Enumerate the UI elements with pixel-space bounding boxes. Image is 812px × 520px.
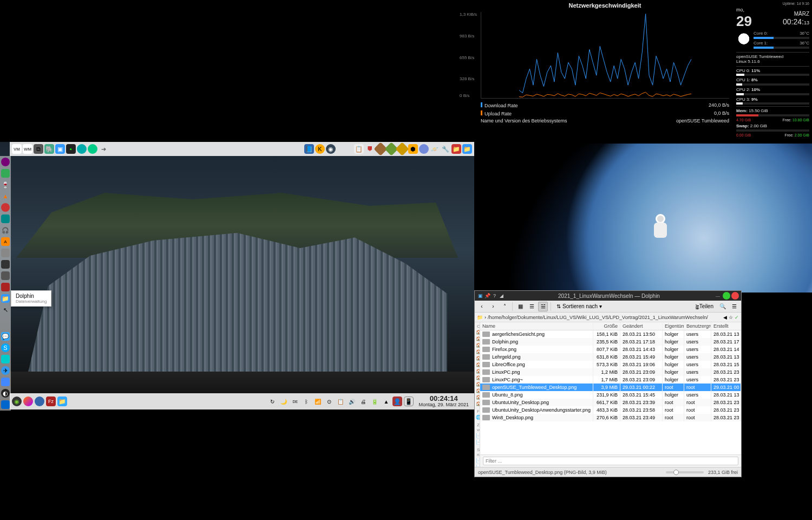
sidebar-item[interactable]: Skripte: [475, 349, 480, 355]
terminal-icon[interactable]: ▪: [66, 144, 76, 154]
tray-up-icon[interactable]: ▲: [381, 396, 391, 406]
tray-clip-icon[interactable]: 📋: [336, 396, 345, 406]
tray-vol-icon[interactable]: 🔊: [347, 396, 357, 406]
desktop-wallpaper-right[interactable]: [474, 144, 812, 292]
wrench-icon[interactable]: 🔧: [441, 144, 450, 154]
book-icon[interactable]: 📘: [304, 144, 314, 154]
blue-app-icon[interactable]: [1, 378, 10, 386]
sidebar-item[interactable]: Persönlicher Ordner: [475, 329, 480, 336]
tray-lang-icon[interactable]: DE: [290, 396, 300, 406]
dolphin-pathbar[interactable]: 📁 › /home/holger/Dokumente/Linux/LUG_VS/…: [475, 313, 741, 322]
tray-user-icon[interactable]: 👤: [392, 396, 402, 406]
file-row[interactable]: openSUSE_Tumbleweed_Desktop.png 3,9 MiB …: [480, 384, 741, 391]
sidebar-item[interactable]: LFS: [475, 394, 480, 401]
red-app-icon[interactable]: [1, 283, 10, 291]
titlebar-help-icon[interactable]: ?: [492, 293, 497, 299]
cyan-app-icon[interactable]: [1, 355, 10, 363]
dolphin-titlebar[interactable]: ▣ 📌 ? ◢ 2021_1_LinuxWarumWechseln — Dolp…: [475, 291, 741, 301]
github-icon[interactable]: ◐: [1, 389, 10, 398]
arrow-icon[interactable]: ➔: [99, 144, 108, 154]
file-row[interactable]: Firefox.png 807,7 KiB 28.03.21 14:43 hol…: [480, 346, 741, 353]
cursor-icon[interactable]: ↖: [1, 306, 10, 314]
sort-button[interactable]: ⇅ Sortieren nach ▾: [554, 302, 605, 311]
menu-button[interactable]: ☰: [729, 302, 739, 311]
tray-print-icon[interactable]: 🖨: [358, 396, 368, 406]
folder-red-icon[interactable]: 📁: [451, 144, 461, 154]
text-icon[interactable]: A: [1, 237, 10, 246]
vm-icon[interactable]: VM: [12, 144, 22, 154]
box3-icon[interactable]: [395, 142, 409, 155]
discord-icon[interactable]: [419, 144, 429, 154]
clear-path-icon[interactable]: ◀: [723, 315, 727, 320]
green-app-icon[interactable]: [1, 169, 10, 178]
maximize-button[interactable]: [723, 292, 730, 300]
blue2-icon[interactable]: [1, 400, 10, 409]
detail-view-button[interactable]: ☱: [538, 302, 548, 311]
tray-phone-icon[interactable]: 📱: [404, 396, 414, 406]
file-row[interactable]: UbuntuUnity_DesktopAnwendungsstarter.png…: [480, 406, 741, 414]
file-row[interactable]: LinuxPC.png~ 1,7 MiB 28.03.21 23:09 holg…: [480, 376, 741, 384]
accept-path-icon[interactable]: ✓: [735, 315, 739, 320]
dark-app-icon[interactable]: [1, 260, 10, 269]
planet-icon[interactable]: 🪐: [430, 144, 440, 154]
note-icon[interactable]: 📋: [354, 144, 364, 154]
sidebar-item[interactable]: EigeneLieder_alleDaten: [475, 388, 480, 394]
sidebar-item[interactable]: Dokumente: [475, 458, 480, 464]
sidebar-item[interactable]: Zuletzt verwendete Orte: [475, 439, 480, 446]
wm-icon[interactable]: WM: [23, 144, 32, 154]
search-button[interactable]: 🔍: [718, 302, 728, 311]
wine-icon[interactable]: 🍷: [1, 180, 10, 189]
dolphin-top-icon[interactable]: 📁: [462, 144, 472, 154]
tray-sync-icon[interactable]: ↻: [267, 396, 277, 406]
shield-red-icon[interactable]: ⛊: [365, 144, 375, 154]
xterm-icon[interactable]: ▣: [55, 144, 65, 154]
sidebar-item[interactable]: Music: [475, 362, 480, 368]
mamp-icon[interactable]: 🐘: [44, 144, 54, 154]
tray-bt-icon[interactable]: ᛒ: [302, 396, 311, 406]
file-row[interactable]: aergerlichesGesicht.png 158,1 KiB 28.03.…: [480, 330, 741, 338]
file-row[interactable]: UbuntuUnity_Desktop.png 661,7 KiB 28.03.…: [480, 399, 741, 406]
sidebar-item[interactable]: Linux: [475, 401, 480, 407]
dark-app2-icon[interactable]: [1, 271, 10, 280]
titlebar-more-icon[interactable]: ◢: [499, 293, 505, 299]
sidebar-item[interactable]: Dokumente: [475, 342, 480, 349]
sidebar-item[interactable]: Papierkorb: [475, 381, 480, 388]
sidebar-item[interactable]: Arbeitsfläche: [475, 336, 480, 342]
icon-view-button[interactable]: ▦: [515, 302, 525, 311]
back-button[interactable]: ‹: [477, 302, 487, 311]
circle2-icon[interactable]: [88, 144, 97, 154]
sidebar-item[interactable]: Downloads: [475, 355, 480, 362]
vlc-icon[interactable]: ▲: [1, 192, 10, 200]
sidebar-item[interactable]: Zuletzt geöffnete Dateien: [475, 433, 480, 439]
skype-icon[interactable]: S: [1, 343, 10, 352]
file-row[interactable]: LinuxPC.png 1,2 MiB 28.03.21 23:09 holge…: [480, 368, 741, 376]
up-button[interactable]: ˄: [500, 302, 509, 311]
gray-app-icon[interactable]: [1, 249, 10, 257]
file-row[interactable]: LibreOffice.png 573,3 KiB 28.03.21 19:06…: [480, 361, 741, 368]
opensuse-menu-icon[interactable]: ◉: [12, 396, 22, 406]
telegram-icon[interactable]: ✈: [1, 366, 10, 375]
minimize-button[interactable]: —: [714, 292, 722, 300]
hex-icon[interactable]: ⬢: [408, 144, 418, 154]
zoom-slider[interactable]: [666, 471, 704, 473]
compact-view-button[interactable]: ☰: [527, 302, 536, 311]
filter-input[interactable]: [483, 457, 738, 465]
file-row[interactable]: Ubuntu_8.png 231,9 KiB 28.03.21 15:45 ho…: [480, 391, 741, 399]
chat-icon[interactable]: 💬: [1, 332, 10, 341]
kde-icon[interactable]: K: [315, 144, 325, 154]
file-row[interactable]: Dolphin.png 235,5 KiB 28.03.21 17:18 hol…: [480, 338, 741, 346]
titlebar-pin-icon[interactable]: 📌: [484, 293, 490, 299]
filezilla-icon[interactable]: Fz: [46, 396, 56, 406]
file-header[interactable]: Name Größe Geändert Eigentümer Benutzerg…: [480, 322, 741, 330]
firefox-icon[interactable]: [23, 396, 33, 406]
forward-button[interactable]: ›: [488, 302, 498, 311]
tray-bat-icon[interactable]: 🔋: [370, 396, 379, 406]
sidebar-item[interactable]: Netzwerk: [475, 414, 480, 421]
panel-clock[interactable]: 00:24:14 Montag, 29. März 2021: [415, 395, 472, 408]
tray-hp-icon[interactable]: ⊙: [324, 396, 334, 406]
teal-app-icon[interactable]: [1, 214, 10, 223]
files-icon[interactable]: 📁: [57, 396, 67, 406]
bookmark-path-icon[interactable]: ☆: [729, 315, 733, 320]
close-button[interactable]: [731, 292, 739, 300]
thunderbird-icon[interactable]: [35, 396, 44, 406]
